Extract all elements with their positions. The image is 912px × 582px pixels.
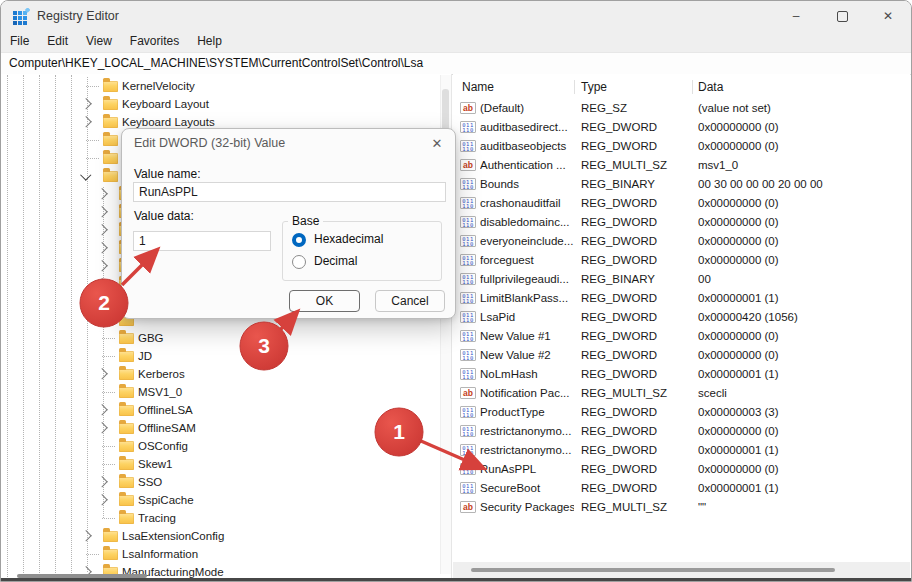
tree-item-offlinesam[interactable]: OfflineSAM bbox=[1, 419, 441, 437]
registry-value-row[interactable]: 011 110fullprivilegeaudi...REG_BINARY00 bbox=[453, 270, 910, 289]
address-bar[interactable]: Computer\HKEY_LOCAL_MACHINE\SYSTEM\Curre… bbox=[1, 52, 911, 75]
menu-file[interactable]: File bbox=[1, 31, 38, 52]
chevron-collapsed-icon[interactable] bbox=[96, 206, 107, 217]
registry-value-row[interactable]: 011 110disabledomainc...REG_DWORD0x00000… bbox=[453, 213, 910, 232]
menu-help[interactable]: Help bbox=[188, 31, 231, 52]
registry-value-row[interactable]: 011 110BoundsREG_BINARY00 30 00 00 00 20… bbox=[453, 175, 910, 194]
tree-item-osconfig[interactable]: OSConfig bbox=[1, 437, 441, 455]
registry-value-row[interactable]: 011 110New Value #2REG_DWORD0x00000000 (… bbox=[453, 346, 910, 365]
registry-value-row[interactable]: abSecurity PackagesREG_MULTI_SZ"" bbox=[453, 498, 910, 517]
chevron-collapsed-icon[interactable] bbox=[96, 422, 107, 433]
ok-button[interactable]: OK bbox=[289, 290, 360, 312]
value-name-input[interactable] bbox=[133, 182, 446, 202]
decimal-radio[interactable] bbox=[292, 255, 306, 269]
tree-item-label: LsaExtensionConfig bbox=[122, 527, 224, 545]
tree-item-tracing[interactable]: Tracing bbox=[1, 509, 441, 527]
tree-connector bbox=[86, 554, 99, 555]
value-data: 0x00000001 (1) bbox=[698, 479, 908, 498]
maximize-button[interactable] bbox=[819, 1, 865, 31]
tree-item-keyboard-layout[interactable]: Keyboard Layout bbox=[1, 95, 441, 113]
folder-icon bbox=[103, 549, 118, 560]
registry-value-row[interactable]: 011 110crashonauditfailREG_DWORD0x000000… bbox=[453, 194, 910, 213]
tree-item-kernelvelocity[interactable]: KernelVelocity bbox=[1, 77, 441, 95]
minimize-button[interactable]: – bbox=[773, 1, 819, 31]
tree-item-label: JD bbox=[138, 347, 152, 365]
registry-value-row[interactable]: 011 110LsaPidREG_DWORD0x00000420 (1056) bbox=[453, 308, 910, 327]
folder-icon bbox=[103, 153, 118, 164]
menu-view[interactable]: View bbox=[77, 31, 121, 52]
tree-item-skew1[interactable]: Skew1 bbox=[1, 455, 441, 473]
hexadecimal-radio[interactable] bbox=[292, 233, 306, 247]
registry-value-row[interactable]: 011 110New Value #1REG_DWORD0x00000000 (… bbox=[453, 327, 910, 346]
tree-connector bbox=[102, 356, 115, 357]
registry-value-row[interactable]: 011 110restrictanonymo...REG_DWORD0x0000… bbox=[453, 422, 910, 441]
registry-value-row[interactable]: 011 110restrictanonymo...REG_DWORD0x0000… bbox=[453, 441, 910, 460]
value-type: REG_BINARY bbox=[581, 175, 693, 194]
menu-edit[interactable]: Edit bbox=[38, 31, 77, 52]
value-data-input[interactable] bbox=[133, 231, 271, 251]
chevron-collapsed-icon[interactable] bbox=[96, 368, 107, 379]
close-button[interactable]: ✕ bbox=[865, 1, 911, 31]
cancel-button[interactable]: Cancel bbox=[375, 290, 445, 312]
binary-value-icon: 011 110 bbox=[460, 140, 476, 152]
registry-value-row[interactable]: 011 110ProductTypeREG_DWORD0x00000003 (3… bbox=[453, 403, 910, 422]
value-type: REG_DWORD bbox=[581, 365, 693, 384]
registry-value-row[interactable]: 011 110auditbaseobjectsREG_DWORD0x000000… bbox=[453, 137, 910, 156]
tree-item-sso[interactable]: SSO bbox=[1, 473, 441, 491]
chevron-collapsed-icon[interactable] bbox=[96, 188, 107, 199]
column-header-name[interactable]: Name bbox=[462, 77, 494, 97]
value-name: LsaPid bbox=[480, 308, 574, 327]
value-data: 0x00000000 (0) bbox=[698, 213, 908, 232]
tree-item-kerberos[interactable]: Kerberos bbox=[1, 365, 441, 383]
menu-favorites[interactable]: Favorites bbox=[121, 31, 188, 52]
value-data: msv1_0 bbox=[698, 156, 908, 175]
chevron-collapsed-icon[interactable] bbox=[96, 278, 107, 289]
folder-icon bbox=[119, 369, 134, 380]
registry-value-row[interactable]: 011 110forceguestREG_DWORD0x00000000 (0) bbox=[453, 251, 910, 270]
binary-value-icon: 011 110 bbox=[460, 463, 476, 475]
tree-item-sspicache[interactable]: SspiCache bbox=[1, 491, 441, 509]
value-name: Authentication ... bbox=[480, 156, 574, 175]
value-type: REG_MULTI_SZ bbox=[581, 498, 693, 517]
chevron-collapsed-icon[interactable] bbox=[80, 116, 91, 127]
value-name: ProductType bbox=[480, 403, 574, 422]
registry-value-row[interactable]: abNotification Pac...REG_MULTI_SZscecli bbox=[453, 384, 910, 403]
registry-value-row[interactable]: ab(Default)REG_SZ(value not set) bbox=[453, 99, 910, 118]
folder-icon bbox=[119, 387, 134, 398]
column-header-data[interactable]: Data bbox=[698, 77, 723, 97]
value-name: Security Packages bbox=[480, 498, 574, 517]
registry-value-row[interactable]: 011 110everyoneinclude...REG_DWORD0x0000… bbox=[453, 232, 910, 251]
registry-value-row[interactable]: 011 110LimitBlankPass...REG_DWORD0x00000… bbox=[453, 289, 910, 308]
list-horizontal-scroll-thumb[interactable] bbox=[471, 568, 835, 572]
chevron-collapsed-icon[interactable] bbox=[80, 98, 91, 109]
chevron-collapsed-icon[interactable] bbox=[96, 260, 107, 271]
base-groupbox-label: Base bbox=[288, 214, 323, 228]
registry-value-row[interactable]: 011 110SecureBootREG_DWORD0x00000001 (1) bbox=[453, 479, 910, 498]
chevron-collapsed-icon[interactable] bbox=[96, 404, 107, 415]
chevron-collapsed-icon[interactable] bbox=[80, 530, 91, 541]
registry-value-row[interactable]: 011 110NoLmHashREG_DWORD0x00000001 (1) bbox=[453, 365, 910, 384]
tree-item-jd[interactable]: JD bbox=[1, 347, 441, 365]
registry-value-row[interactable]: 011 110auditbasedirect...REG_DWORD0x0000… bbox=[453, 118, 910, 137]
string-value-icon: ab bbox=[460, 159, 476, 171]
column-separator[interactable] bbox=[692, 80, 693, 94]
tree-item-lsainformation[interactable]: LsaInformation bbox=[1, 545, 441, 563]
tree-item-label: SSO bbox=[138, 473, 162, 491]
chevron-collapsed-icon[interactable] bbox=[96, 494, 107, 505]
window-title: Registry Editor bbox=[37, 1, 119, 31]
folder-icon bbox=[119, 441, 134, 452]
tree-item-msv1-0[interactable]: MSV1_0 bbox=[1, 383, 441, 401]
tree-item-gbg[interactable]: GBG bbox=[1, 329, 441, 347]
column-separator[interactable] bbox=[574, 80, 575, 94]
dialog-close-icon[interactable]: ✕ bbox=[427, 134, 447, 154]
registry-value-row[interactable]: 011 110RunAsPPLREG_DWORD0x00000000 (0) bbox=[453, 460, 910, 479]
tree-item-offlinelsa[interactable]: OfflineLSA bbox=[1, 401, 441, 419]
binary-value-icon: 011 110 bbox=[460, 178, 476, 190]
registry-value-row[interactable]: abAuthentication ...REG_MULTI_SZmsv1_0 bbox=[453, 156, 910, 175]
chevron-collapsed-icon[interactable] bbox=[96, 224, 107, 235]
chevron-expanded-icon[interactable] bbox=[80, 169, 91, 180]
tree-item-lsaextensionconfig[interactable]: LsaExtensionConfig bbox=[1, 527, 441, 545]
chevron-collapsed-icon[interactable] bbox=[96, 242, 107, 253]
column-header-type[interactable]: Type bbox=[581, 77, 607, 97]
chevron-collapsed-icon[interactable] bbox=[96, 476, 107, 487]
